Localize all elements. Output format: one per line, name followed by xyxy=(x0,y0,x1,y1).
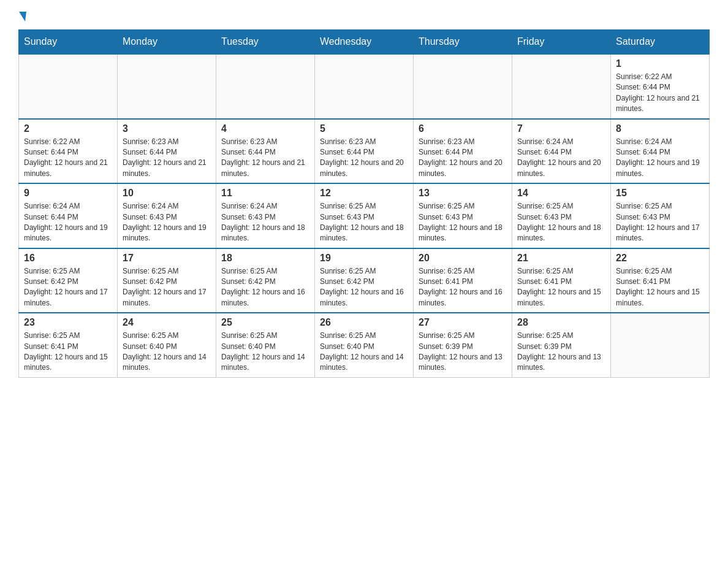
calendar-cell xyxy=(118,54,216,119)
day-info: Sunrise: 6:25 AMSunset: 6:40 PMDaylight:… xyxy=(221,331,309,373)
day-number: 26 xyxy=(320,317,408,328)
day-number: 10 xyxy=(123,188,211,199)
day-info: Sunrise: 6:25 AMSunset: 6:42 PMDaylight:… xyxy=(24,266,112,309)
day-info: Sunrise: 6:24 AMSunset: 6:44 PMDaylight:… xyxy=(24,201,112,244)
day-number: 19 xyxy=(320,253,408,264)
day-number: 21 xyxy=(517,253,605,264)
day-info: Sunrise: 6:24 AMSunset: 6:44 PMDaylight:… xyxy=(616,137,704,180)
day-info: Sunrise: 6:25 AMSunset: 6:42 PMDaylight:… xyxy=(320,266,408,309)
calendar-cell: 12Sunrise: 6:25 AMSunset: 6:43 PMDayligh… xyxy=(315,183,414,248)
day-info: Sunrise: 6:25 AMSunset: 6:40 PMDaylight:… xyxy=(320,331,408,373)
day-number: 16 xyxy=(24,253,112,264)
day-info: Sunrise: 6:25 AMSunset: 6:41 PMDaylight:… xyxy=(616,266,704,309)
week-row: 2Sunrise: 6:22 AMSunset: 6:44 PMDaylight… xyxy=(19,119,710,184)
page-header xyxy=(18,12,710,23)
day-info: Sunrise: 6:23 AMSunset: 6:44 PMDaylight:… xyxy=(123,137,211,180)
day-info: Sunrise: 6:25 AMSunset: 6:41 PMDaylight:… xyxy=(24,331,112,373)
day-info: Sunrise: 6:25 AMSunset: 6:43 PMDaylight:… xyxy=(419,201,507,244)
calendar-cell: 13Sunrise: 6:25 AMSunset: 6:43 PMDayligh… xyxy=(414,183,512,248)
day-number: 9 xyxy=(24,188,112,199)
day-info: Sunrise: 6:25 AMSunset: 6:43 PMDaylight:… xyxy=(616,201,704,244)
calendar-cell: 20Sunrise: 6:25 AMSunset: 6:41 PMDayligh… xyxy=(414,248,512,313)
calendar-cell: 4Sunrise: 6:23 AMSunset: 6:44 PMDaylight… xyxy=(216,119,315,184)
day-number: 25 xyxy=(221,317,309,328)
calendar-cell: 5Sunrise: 6:23 AMSunset: 6:44 PMDaylight… xyxy=(315,119,414,184)
day-info: Sunrise: 6:23 AMSunset: 6:44 PMDaylight:… xyxy=(320,137,408,180)
day-info: Sunrise: 6:24 AMSunset: 6:44 PMDaylight:… xyxy=(517,137,605,180)
calendar-cell: 23Sunrise: 6:25 AMSunset: 6:41 PMDayligh… xyxy=(19,313,118,377)
weekday-header: Monday xyxy=(118,30,216,55)
week-row: 16Sunrise: 6:25 AMSunset: 6:42 PMDayligh… xyxy=(19,248,710,313)
weekday-header: Sunday xyxy=(19,30,118,55)
calendar-cell: 6Sunrise: 6:23 AMSunset: 6:44 PMDaylight… xyxy=(414,119,512,184)
day-number: 7 xyxy=(517,123,605,134)
week-row: 9Sunrise: 6:24 AMSunset: 6:44 PMDaylight… xyxy=(19,183,710,248)
calendar-cell: 11Sunrise: 6:24 AMSunset: 6:43 PMDayligh… xyxy=(216,183,315,248)
calendar-cell: 9Sunrise: 6:24 AMSunset: 6:44 PMDaylight… xyxy=(19,183,118,248)
calendar-cell xyxy=(216,54,315,119)
day-number: 17 xyxy=(123,253,211,264)
day-number: 4 xyxy=(221,123,309,134)
day-info: Sunrise: 6:23 AMSunset: 6:44 PMDaylight:… xyxy=(419,137,507,180)
calendar-cell: 3Sunrise: 6:23 AMSunset: 6:44 PMDaylight… xyxy=(118,119,216,184)
calendar-cell xyxy=(315,54,414,119)
calendar-cell: 22Sunrise: 6:25 AMSunset: 6:41 PMDayligh… xyxy=(611,248,710,313)
day-number: 12 xyxy=(320,188,408,199)
day-number: 20 xyxy=(419,253,507,264)
day-number: 3 xyxy=(123,123,211,134)
calendar-cell: 7Sunrise: 6:24 AMSunset: 6:44 PMDaylight… xyxy=(512,119,611,184)
day-info: Sunrise: 6:25 AMSunset: 6:39 PMDaylight:… xyxy=(517,331,605,373)
calendar-cell: 16Sunrise: 6:25 AMSunset: 6:42 PMDayligh… xyxy=(19,248,118,313)
week-row: 1Sunrise: 6:22 AMSunset: 6:44 PMDaylight… xyxy=(19,54,710,119)
calendar-cell: 2Sunrise: 6:22 AMSunset: 6:44 PMDaylight… xyxy=(19,119,118,184)
calendar-cell xyxy=(611,313,710,377)
calendar-cell: 17Sunrise: 6:25 AMSunset: 6:42 PMDayligh… xyxy=(118,248,216,313)
week-row: 23Sunrise: 6:25 AMSunset: 6:41 PMDayligh… xyxy=(19,313,710,377)
day-number: 15 xyxy=(616,188,704,199)
day-info: Sunrise: 6:25 AMSunset: 6:42 PMDaylight:… xyxy=(123,266,211,309)
day-number: 18 xyxy=(221,253,309,264)
day-number: 2 xyxy=(24,123,112,134)
day-number: 27 xyxy=(419,317,507,328)
weekday-header: Saturday xyxy=(611,30,710,55)
calendar-cell xyxy=(19,54,118,119)
calendar-cell: 18Sunrise: 6:25 AMSunset: 6:42 PMDayligh… xyxy=(216,248,315,313)
calendar-cell: 27Sunrise: 6:25 AMSunset: 6:39 PMDayligh… xyxy=(414,313,512,377)
calendar-cell: 24Sunrise: 6:25 AMSunset: 6:40 PMDayligh… xyxy=(118,313,216,377)
day-info: Sunrise: 6:24 AMSunset: 6:43 PMDaylight:… xyxy=(123,201,211,244)
day-number: 14 xyxy=(517,188,605,199)
logo xyxy=(18,12,27,23)
day-info: Sunrise: 6:25 AMSunset: 6:43 PMDaylight:… xyxy=(517,201,605,244)
day-info: Sunrise: 6:25 AMSunset: 6:40 PMDaylight:… xyxy=(123,331,211,373)
day-number: 11 xyxy=(221,188,309,199)
calendar-cell: 10Sunrise: 6:24 AMSunset: 6:43 PMDayligh… xyxy=(118,183,216,248)
weekday-header: Tuesday xyxy=(216,30,315,55)
day-info: Sunrise: 6:25 AMSunset: 6:41 PMDaylight:… xyxy=(419,266,507,309)
day-info: Sunrise: 6:25 AMSunset: 6:43 PMDaylight:… xyxy=(320,201,408,244)
day-info: Sunrise: 6:23 AMSunset: 6:44 PMDaylight:… xyxy=(221,137,309,180)
day-info: Sunrise: 6:25 AMSunset: 6:42 PMDaylight:… xyxy=(221,266,309,309)
day-number: 24 xyxy=(123,317,211,328)
calendar-cell: 25Sunrise: 6:25 AMSunset: 6:40 PMDayligh… xyxy=(216,313,315,377)
day-info: Sunrise: 6:22 AMSunset: 6:44 PMDaylight:… xyxy=(24,137,112,180)
calendar-cell: 21Sunrise: 6:25 AMSunset: 6:41 PMDayligh… xyxy=(512,248,611,313)
weekday-header: Friday xyxy=(512,30,611,55)
calendar-cell: 19Sunrise: 6:25 AMSunset: 6:42 PMDayligh… xyxy=(315,248,414,313)
day-info: Sunrise: 6:22 AMSunset: 6:44 PMDaylight:… xyxy=(616,72,704,115)
day-info: Sunrise: 6:24 AMSunset: 6:43 PMDaylight:… xyxy=(221,201,309,244)
calendar-cell: 28Sunrise: 6:25 AMSunset: 6:39 PMDayligh… xyxy=(512,313,611,377)
calendar-cell xyxy=(414,54,512,119)
calendar-cell: 8Sunrise: 6:24 AMSunset: 6:44 PMDaylight… xyxy=(611,119,710,184)
day-number: 5 xyxy=(320,123,408,134)
day-number: 1 xyxy=(616,58,704,69)
calendar-cell: 26Sunrise: 6:25 AMSunset: 6:40 PMDayligh… xyxy=(315,313,414,377)
day-info: Sunrise: 6:25 AMSunset: 6:41 PMDaylight:… xyxy=(517,266,605,309)
calendar-cell: 14Sunrise: 6:25 AMSunset: 6:43 PMDayligh… xyxy=(512,183,611,248)
calendar-cell: 1Sunrise: 6:22 AMSunset: 6:44 PMDaylight… xyxy=(611,54,710,119)
day-number: 6 xyxy=(419,123,507,134)
calendar-cell xyxy=(512,54,611,119)
calendar-cell: 15Sunrise: 6:25 AMSunset: 6:43 PMDayligh… xyxy=(611,183,710,248)
day-number: 13 xyxy=(419,188,507,199)
logo-triangle-icon xyxy=(19,12,26,21)
weekday-header-row: SundayMondayTuesdayWednesdayThursdayFrid… xyxy=(19,30,710,55)
